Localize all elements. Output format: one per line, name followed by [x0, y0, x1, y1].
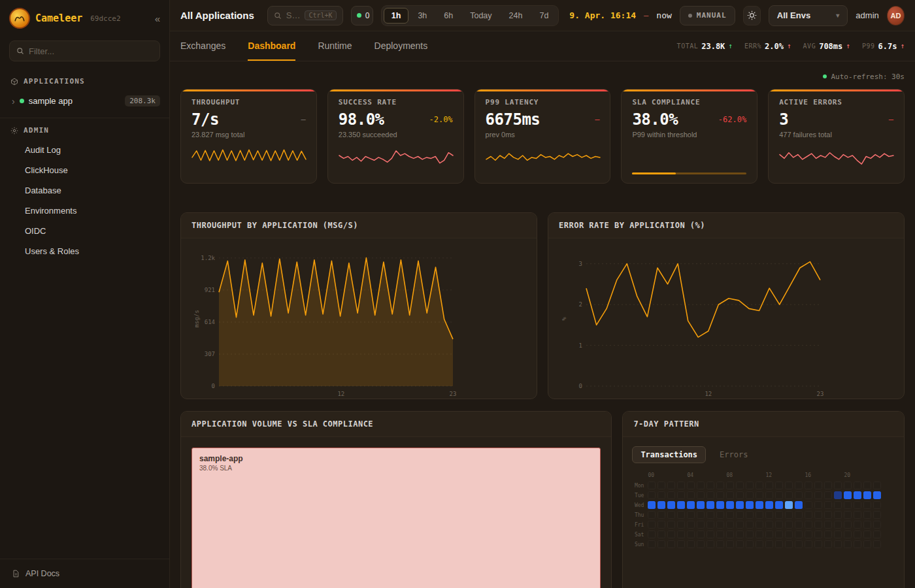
heatmap-cell[interactable]	[756, 501, 763, 509]
heatmap-cell[interactable]	[834, 540, 842, 548]
heatmap-cell[interactable]	[814, 491, 822, 499]
heatmap-cell[interactable]	[873, 540, 881, 548]
sidebar-collapse-button[interactable]: «	[155, 13, 160, 24]
heatmap-cell[interactable]	[873, 501, 881, 509]
heatmap-cell[interactable]	[824, 521, 832, 529]
heatmap-cell[interactable]	[805, 482, 812, 489]
heatmap-cell[interactable]	[756, 482, 763, 489]
heatmap-cell[interactable]	[726, 521, 734, 529]
heatmap-cell[interactable]	[677, 540, 685, 548]
heatmap-cell[interactable]	[834, 482, 842, 489]
heatmap-cell[interactable]	[863, 491, 871, 499]
tab-exchanges[interactable]: Exchanges	[180, 31, 225, 61]
heatmap-cell[interactable]	[844, 540, 852, 548]
heatmap-cell[interactable]	[873, 511, 881, 519]
env-selector-dropdown[interactable]: All Envs ▾	[769, 5, 848, 26]
heatmap-cell[interactable]	[746, 482, 754, 489]
tab-deployments[interactable]: Deployments	[374, 31, 428, 61]
heatmap-cell[interactable]	[795, 531, 803, 538]
heatmap-cell[interactable]	[834, 511, 842, 519]
heatmap-cell[interactable]	[667, 540, 675, 548]
heatmap-cell[interactable]	[677, 531, 685, 538]
heatmap-cell[interactable]	[716, 491, 724, 499]
sidebar-item-database[interactable]: Database	[0, 180, 169, 201]
heatmap-cell[interactable]	[667, 501, 675, 509]
heatmap-cell[interactable]	[736, 511, 744, 519]
heatmap-cell[interactable]	[707, 531, 714, 538]
global-search[interactable]: S… Ctrl+K	[267, 6, 343, 25]
heatmap-cell[interactable]	[805, 501, 812, 509]
heatmap-cell[interactable]	[824, 491, 832, 499]
sidebar-item-sample-app[interactable]: › sample app 208.3k	[0, 91, 169, 111]
heatmap-cell[interactable]	[677, 521, 685, 529]
heatmap-cell[interactable]	[854, 540, 861, 548]
heatmap-cell[interactable]	[834, 531, 842, 538]
treemap-tile-sample-app[interactable]: sample-app 38.0% SLA	[191, 448, 601, 588]
time-range-24h[interactable]: 24h	[501, 8, 531, 24]
heatmap-cell[interactable]	[863, 511, 871, 519]
heatmap-cell[interactable]	[687, 521, 695, 529]
heatmap-cell[interactable]	[775, 521, 783, 529]
heatmap-cell[interactable]	[844, 511, 852, 519]
heatmap-cell[interactable]	[697, 521, 705, 529]
heatmap-cell[interactable]	[765, 511, 773, 519]
heatmap-cell[interactable]	[657, 501, 665, 509]
heatmap-cell[interactable]	[677, 482, 685, 489]
heatmap-cell[interactable]	[667, 482, 675, 489]
api-docs-link[interactable]: API Docs	[0, 559, 169, 588]
heatmap-cell[interactable]	[697, 540, 705, 548]
heatmap-cell[interactable]	[805, 491, 812, 499]
heatmap-cell[interactable]	[805, 521, 812, 529]
heatmap-cell[interactable]	[756, 521, 763, 529]
heatmap-cell[interactable]	[756, 511, 763, 519]
heatmap-cell[interactable]	[687, 482, 695, 489]
heatmap-cell[interactable]	[716, 521, 724, 529]
heatmap-cell[interactable]	[785, 531, 793, 538]
toggle-transactions[interactable]: Transactions	[632, 446, 706, 463]
heatmap-cell[interactable]	[765, 501, 773, 509]
now-label[interactable]: now	[656, 10, 671, 20]
heatmap-cell[interactable]	[657, 531, 665, 538]
heatmap-cell[interactable]	[697, 501, 705, 509]
heatmap-cell[interactable]	[765, 491, 773, 499]
user-avatar[interactable]: AD	[887, 6, 905, 25]
heatmap-cell[interactable]	[746, 511, 754, 519]
heatmap-cell[interactable]	[657, 482, 665, 489]
sidebar-item-users-roles[interactable]: Users & Roles	[0, 241, 169, 261]
theme-toggle-button[interactable]	[743, 6, 761, 25]
heatmap-cell[interactable]	[824, 540, 832, 548]
heatmap-cell[interactable]	[716, 531, 724, 538]
heatmap-cell[interactable]	[844, 521, 852, 529]
heatmap-cell[interactable]	[716, 540, 724, 548]
heatmap-cell[interactable]	[775, 511, 783, 519]
heatmap-cell[interactable]	[677, 491, 685, 499]
heatmap-cell[interactable]	[854, 501, 861, 509]
heatmap-cell[interactable]	[687, 540, 695, 548]
sidebar-item-environments[interactable]: Environments	[0, 201, 169, 221]
heatmap-cell[interactable]	[844, 491, 852, 499]
heatmap-cell[interactable]	[805, 511, 812, 519]
heatmap-cell[interactable]	[873, 482, 881, 489]
heatmap-cell[interactable]	[785, 482, 793, 489]
heatmap-cell[interactable]	[687, 531, 695, 538]
heatmap-cell[interactable]	[746, 491, 754, 499]
heatmap-cell[interactable]	[746, 540, 754, 548]
heatmap-cell[interactable]	[814, 521, 822, 529]
heatmap-cell[interactable]	[814, 540, 822, 548]
heatmap-cell[interactable]	[785, 491, 793, 499]
heatmap-cell[interactable]	[873, 521, 881, 529]
heatmap-cell[interactable]	[716, 482, 724, 489]
heatmap-cell[interactable]	[648, 531, 656, 538]
heatmap-cell[interactable]	[785, 540, 793, 548]
heatmap-cell[interactable]	[726, 482, 734, 489]
heatmap-cell[interactable]	[775, 501, 783, 509]
heatmap-cell[interactable]	[657, 540, 665, 548]
heatmap-cell[interactable]	[873, 491, 881, 499]
heatmap-cell[interactable]	[775, 540, 783, 548]
heatmap-cell[interactable]	[854, 521, 861, 529]
heatmap-cell[interactable]	[824, 531, 832, 538]
heatmap-cell[interactable]	[648, 482, 656, 489]
heatmap-cell[interactable]	[677, 501, 685, 509]
heatmap-cell[interactable]	[736, 531, 744, 538]
heatmap-cell[interactable]	[736, 540, 744, 548]
